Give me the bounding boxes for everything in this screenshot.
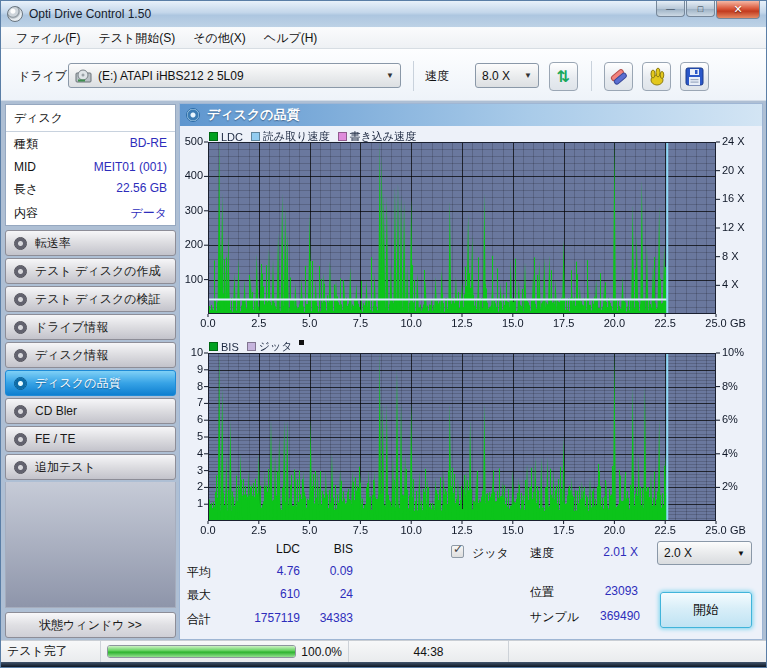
menu-start-test[interactable]: テスト開始(S) — [89, 28, 184, 49]
max-ldc: 610 — [240, 587, 300, 601]
legend-swatch-ldc — [209, 132, 218, 141]
disc-size-row: 長さ 22.56 GB — [6, 177, 175, 201]
avg-ldc: 4.76 — [240, 564, 300, 578]
current-speed-value: 2.01 X — [578, 545, 638, 559]
legend-swatch-write-speed — [338, 132, 347, 141]
bis-chart-legend: BIS ジッタ — [209, 339, 304, 354]
jitter-checkbox[interactable]: ✓ — [451, 545, 464, 558]
close-button[interactable]: ✕ — [716, 1, 760, 19]
legend-swatch-read-speed — [251, 132, 260, 141]
sidebar-item-transfer-rate[interactable]: 転送率 — [5, 230, 176, 256]
refresh-button[interactable]: ⇅ — [549, 62, 578, 91]
disc-type-row: 種類 BD-RE — [6, 132, 175, 156]
disc-content-row: 内容 データ — [6, 201, 175, 225]
start-button[interactable]: 開始 — [660, 592, 752, 628]
disc-icon — [14, 237, 27, 250]
chevron-down-icon: ▼ — [380, 71, 394, 80]
stats-col-bis: BIS — [313, 542, 353, 556]
legend-swatch-bis — [209, 342, 218, 351]
main-panel: ディスクの品質 LDC 読み取り速度 書き込み速度 BIS ジッタ LDC BI… — [179, 103, 763, 640]
disc-icon — [14, 433, 27, 446]
minimize-button[interactable]: — — [656, 1, 685, 17]
disc-icon — [14, 377, 27, 390]
disc-icon — [14, 321, 27, 334]
menu-file[interactable]: ファイル(F) — [7, 28, 89, 49]
chevron-down-icon: ▼ — [518, 71, 532, 80]
legend-marker — [299, 340, 304, 345]
eraser-icon — [609, 67, 629, 87]
avg-bis: 0.09 — [293, 564, 353, 578]
disc-info-panel: ディスク 種類 BD-RE MID MEIT01 (001) 長さ 22.56 … — [5, 104, 176, 226]
window-title: Opti Drive Control 1.50 — [29, 7, 151, 21]
sidebar-item-extra-tests[interactable]: 追加テスト — [5, 454, 176, 480]
page-title: ディスクの品質 — [207, 106, 300, 124]
hand-icon — [647, 67, 667, 87]
elapsed-time: 44:38 — [349, 641, 509, 662]
app-window: Opti Drive Control 1.50 — □ ✕ ファイル(F) テス… — [0, 0, 767, 668]
stats-row-avg-label: 平均 — [187, 564, 211, 581]
sidebar-spacer — [5, 482, 176, 608]
content: ディスク 種類 BD-RE MID MEIT01 (001) 長さ 22.56 … — [1, 101, 766, 640]
sidebar-item-disc-quality[interactable]: ディスクの品質 — [5, 370, 176, 396]
menu-other[interactable]: その他(X) — [184, 28, 255, 49]
maximize-button[interactable]: □ — [686, 1, 715, 17]
toolbar: ドライブ (E:) ATAPI iHBS212 2 5L09 ▼ 速度 8.0 … — [1, 49, 766, 101]
erase-button[interactable] — [604, 62, 633, 91]
stats-col-ldc: LDC — [260, 542, 300, 556]
test-speed-select[interactable]: 2.0 X ▼ — [657, 541, 752, 565]
sidebar-item-fe-te[interactable]: FE / TE — [5, 426, 176, 452]
sidebar-item-create-test-disc[interactable]: テスト ディスクの作成 — [5, 258, 176, 284]
sidebar-item-cd-bler[interactable]: CD Bler — [5, 398, 176, 424]
drive-value: (E:) ATAPI iHBS212 2 5L09 — [98, 69, 244, 83]
main-header: ディスクの品質 — [180, 104, 762, 126]
stats-row-max-label: 最大 — [187, 587, 211, 604]
charts-area: LDC 読み取り速度 書き込み速度 BIS ジッタ LDC BIS 平均 4.7… — [180, 126, 762, 639]
status-text: テスト完了 — [1, 641, 101, 662]
position-label: 位置 — [530, 584, 554, 601]
speed-value: 8.0 X — [482, 69, 510, 83]
chevron-down-icon: ▼ — [737, 549, 745, 558]
jitter-checkbox-label: ジッタ — [472, 545, 509, 562]
check-icon: ✓ — [453, 542, 463, 556]
drive-select[interactable]: (E:) ATAPI iHBS212 2 5L09 ▼ — [68, 63, 401, 88]
disc-icon — [14, 349, 27, 362]
legend-swatch-jitter — [247, 342, 256, 351]
disc-icon — [14, 293, 27, 306]
save-button[interactable] — [680, 62, 709, 91]
progress-percent: 100.0% — [301, 645, 342, 659]
options-button[interactable] — [642, 62, 671, 91]
drive-label: ドライブ — [18, 68, 67, 85]
stats-row-total-label: 合計 — [187, 611, 211, 628]
menu-help[interactable]: ヘルプ(H) — [255, 28, 327, 49]
sidebar-item-verify-test-disc[interactable]: テスト ディスクの検証 — [5, 286, 176, 312]
disc-mid-row: MID MEIT01 (001) — [6, 156, 175, 177]
bis-chart — [180, 335, 764, 535]
ldc-chart — [180, 126, 764, 334]
sidebar-item-disc-info[interactable]: ディスク情報 — [5, 342, 176, 368]
disc-icon — [14, 461, 27, 474]
speed-label: 速度 — [425, 68, 449, 85]
title-bar: Opti Drive Control 1.50 — □ ✕ — [1, 1, 766, 27]
sample-value: 369490 — [572, 609, 640, 623]
status-bar: テスト完了 100.0% 44:38 — [1, 640, 766, 662]
position-value: 23093 — [578, 584, 638, 598]
current-speed-label: 速度 — [530, 545, 554, 562]
save-icon — [685, 67, 704, 86]
drive-icon — [75, 69, 92, 83]
sidebar-item-drive-info[interactable]: ドライブ情報 — [5, 314, 176, 340]
menu-bar: ファイル(F) テスト開始(S) その他(X) ヘルプ(H) — [1, 27, 766, 49]
refresh-icon: ⇅ — [557, 67, 570, 86]
progress-bar — [107, 645, 296, 658]
disc-icon — [186, 108, 200, 122]
total-bis: 34383 — [293, 611, 353, 625]
status-window-button[interactable]: 状態ウィンドウ >> — [5, 612, 176, 638]
disc-icon — [14, 265, 27, 278]
speed-select[interactable]: 8.0 X ▼ — [475, 63, 539, 88]
disc-icon — [14, 405, 27, 418]
window-bottom-edge — [1, 662, 766, 667]
max-bis: 24 — [293, 587, 353, 601]
app-icon — [7, 6, 23, 22]
sidebar: ディスク 種類 BD-RE MID MEIT01 (001) 長さ 22.56 … — [4, 103, 177, 640]
total-ldc: 1757119 — [240, 611, 300, 625]
ldc-chart-legend: LDC 読み取り速度 書き込み速度 — [209, 129, 416, 144]
